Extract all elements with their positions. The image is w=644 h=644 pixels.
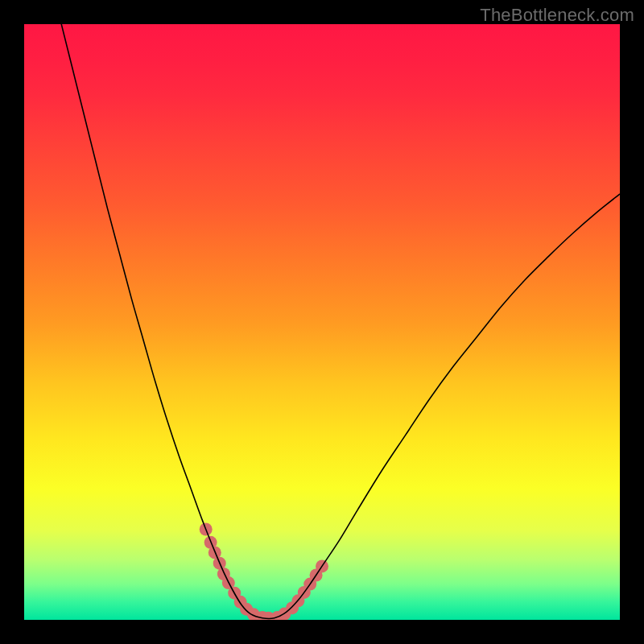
- chart-svg: [24, 24, 620, 620]
- watermark-text: TheBottleneck.com: [480, 5, 634, 26]
- plot-area: [24, 24, 620, 620]
- gradient-background: [24, 24, 620, 620]
- chart-frame: TheBottleneck.com: [0, 0, 644, 644]
